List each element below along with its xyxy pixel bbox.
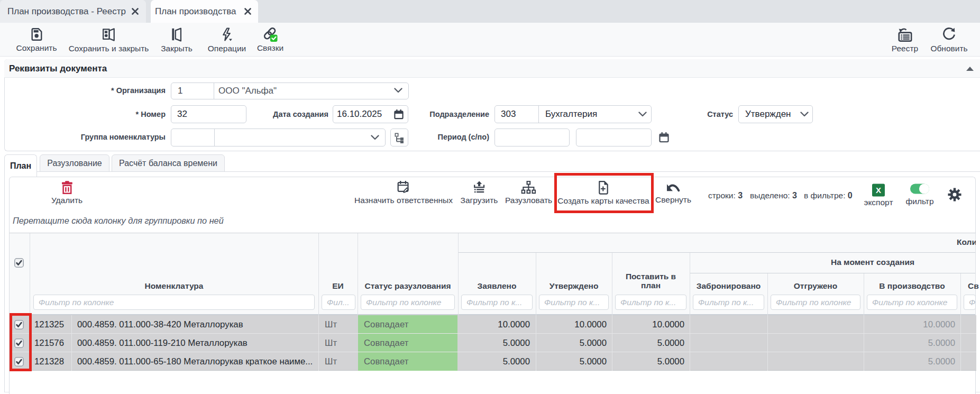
svg-text:X: X — [876, 186, 881, 195]
